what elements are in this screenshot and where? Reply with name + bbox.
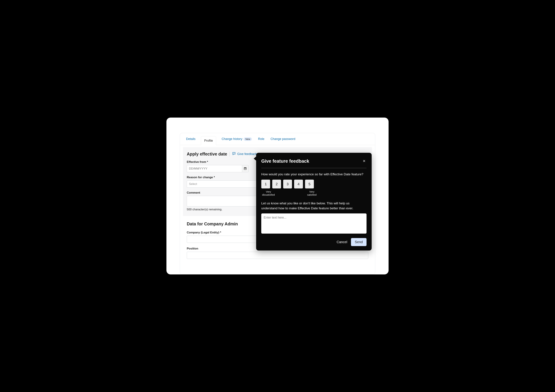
feedback-popover: Give feature feedback How would you rate… bbox=[256, 153, 372, 251]
rating-row: 1 2 3 4 5 bbox=[261, 180, 366, 189]
rating-question: How would you rate your experience so fa… bbox=[261, 172, 366, 177]
popover-header: Give feature feedback bbox=[261, 159, 366, 168]
rating-5[interactable]: 5 bbox=[305, 180, 314, 189]
svg-rect-4 bbox=[245, 168, 245, 169]
svg-rect-3 bbox=[246, 167, 246, 168]
tab-change-history[interactable]: Change history New bbox=[221, 133, 253, 145]
tab-role[interactable]: Role bbox=[257, 133, 265, 145]
give-feedback-label: Give feedback bbox=[237, 152, 257, 156]
feedback-star-icon bbox=[232, 152, 236, 156]
position-input[interactable] bbox=[187, 252, 368, 259]
feedback-textarea[interactable] bbox=[261, 213, 366, 234]
effective-from-input[interactable] bbox=[187, 165, 242, 172]
textarea-instruction: Let us know what you like or don't like … bbox=[261, 201, 366, 211]
tabs-bar: Details Profile Change history New Role … bbox=[180, 133, 375, 145]
effective-title: Apply effective date bbox=[187, 152, 227, 157]
tab-change-history-label: Change history bbox=[222, 137, 242, 141]
tab-change-password[interactable]: Change password bbox=[270, 133, 296, 145]
rating-high-label: Very satisfied bbox=[306, 190, 317, 197]
cancel-button[interactable]: Cancel bbox=[337, 240, 347, 244]
app-stage: Details Profile Change history New Role … bbox=[167, 117, 388, 275]
popover-title: Give feature feedback bbox=[261, 159, 309, 164]
popover-actions: Cancel Send bbox=[261, 238, 366, 246]
tab-profile[interactable]: Profile bbox=[201, 136, 216, 145]
rating-labels-row: Very dissatisfied Very satisfied bbox=[261, 190, 366, 197]
header-divider bbox=[229, 152, 230, 157]
calendar-button[interactable] bbox=[242, 165, 249, 172]
popover-close-button[interactable] bbox=[362, 159, 366, 164]
effective-from-input-wrap bbox=[187, 165, 249, 172]
send-button[interactable]: Send bbox=[351, 238, 366, 246]
svg-rect-6 bbox=[246, 168, 246, 169]
rating-low-label: Very dissatisfied bbox=[261, 190, 276, 197]
rating-2[interactable]: 2 bbox=[272, 180, 281, 189]
svg-rect-1 bbox=[244, 167, 247, 168]
svg-rect-5 bbox=[245, 168, 246, 169]
rating-1[interactable]: 1 bbox=[261, 180, 270, 189]
new-pill: New bbox=[244, 137, 252, 141]
svg-rect-2 bbox=[245, 167, 245, 168]
give-feedback-link[interactable]: Give feedback bbox=[232, 152, 257, 156]
rating-3[interactable]: 3 bbox=[283, 180, 292, 189]
calendar-icon bbox=[244, 167, 247, 171]
close-icon bbox=[363, 160, 366, 163]
tab-details[interactable]: Details bbox=[185, 133, 196, 145]
rating-4[interactable]: 4 bbox=[294, 180, 303, 189]
